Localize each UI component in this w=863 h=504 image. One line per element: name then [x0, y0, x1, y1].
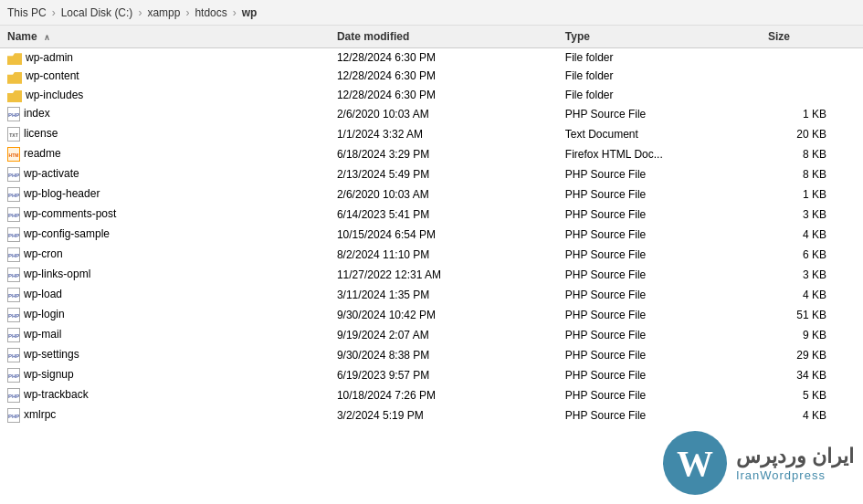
table-row[interactable]: PHPwp-comments-post6/14/2023 5:41 PMPHP …: [0, 205, 863, 225]
file-size: 1 KB: [761, 104, 863, 124]
col-date[interactable]: Date modified: [330, 26, 558, 48]
file-size: 4 KB: [761, 405, 863, 425]
table-row[interactable]: PHPwp-links-opml11/27/2022 12:31 AMPHP S…: [0, 265, 863, 285]
file-date: 9/30/2024 8:38 PM: [330, 345, 558, 365]
table-row[interactable]: TXTlicense1/1/2024 3:32 AMText Document2…: [0, 124, 863, 144]
file-name-cell: wp-admin: [0, 48, 330, 68]
php-icon: PHP: [7, 227, 20, 242]
file-size: 4 KB: [761, 225, 863, 245]
table-row[interactable]: wp-content12/28/2024 6:30 PMFile folder: [0, 67, 863, 85]
file-size: 5 KB: [761, 385, 863, 405]
table-row[interactable]: PHPindex2/6/2020 10:03 AMPHP Source File…: [0, 104, 863, 124]
wp-text-block: ایران وردپرس IranWordpress: [736, 445, 854, 482]
file-type: PHP Source File: [558, 184, 761, 205]
breadcrumb-xampp[interactable]: xampp: [147, 6, 180, 19]
table-row[interactable]: wp-admin12/28/2024 6:30 PMFile folder: [0, 48, 863, 68]
file-size: [761, 86, 863, 104]
file-date: 6/19/2023 9:57 PM: [330, 365, 558, 385]
file-name-label: readme: [24, 147, 61, 160]
breadcrumb-wp[interactable]: wp: [242, 6, 258, 19]
breadcrumb-htdocs[interactable]: htdocs: [195, 6, 226, 19]
file-size: 9 KB: [761, 325, 863, 345]
table-row[interactable]: wp-includes12/28/2024 6:30 PMFile folder: [0, 86, 863, 104]
file-name-label: wp-login: [24, 308, 65, 320]
file-date: 6/14/2023 5:41 PM: [330, 205, 558, 225]
file-name-cell: PHPwp-signup: [0, 365, 330, 385]
table-row[interactable]: PHPwp-signup6/19/2023 9:57 PMPHP Source …: [0, 365, 863, 385]
php-icon: PHP: [7, 368, 20, 383]
breadcrumb-sep4: ›: [233, 6, 237, 19]
file-name-label: wp-admin: [26, 51, 73, 64]
folder-icon: [7, 90, 22, 102]
php-icon: PHP: [7, 167, 20, 182]
file-name-cell: PHPwp-load: [0, 285, 330, 305]
wp-logo: W: [663, 431, 727, 495]
file-type: Firefox HTML Doc...: [558, 144, 761, 164]
table-row[interactable]: PHPwp-config-sample10/15/2024 6:54 PMPHP…: [0, 225, 863, 245]
file-date: 2/6/2020 10:03 AM: [330, 184, 558, 205]
table-row[interactable]: PHPxmlrpc3/2/2024 5:19 PMPHP Source File…: [0, 405, 863, 425]
file-name-cell: PHPwp-activate: [0, 164, 330, 184]
table-row[interactable]: PHPwp-cron8/2/2024 11:10 PMPHP Source Fi…: [0, 245, 863, 265]
table-row[interactable]: PHPwp-activate2/13/2024 5:49 PMPHP Sourc…: [0, 164, 863, 184]
table-row[interactable]: PHPwp-settings9/30/2024 8:38 PMPHP Sourc…: [0, 345, 863, 365]
file-type: PHP Source File: [558, 325, 761, 345]
breadcrumb-thispc[interactable]: This PC: [7, 6, 47, 19]
table-row[interactable]: PHPwp-load3/11/2024 1:35 PMPHP Source Fi…: [0, 285, 863, 305]
file-name-label: wp-activate: [24, 167, 79, 180]
file-date: 6/18/2024 3:29 PM: [330, 144, 558, 164]
wp-english-text: IranWordpress: [736, 468, 826, 482]
file-date: 12/28/2024 6:30 PM: [330, 48, 558, 68]
php-icon: PHP: [7, 107, 20, 121]
php-icon: PHP: [7, 388, 20, 403]
breadcrumb: This PC › Local Disk (C:) › xampp › htdo…: [0, 0, 863, 26]
file-date: 9/30/2024 10:42 PM: [330, 305, 558, 325]
file-date: 2/13/2024 5:49 PM: [330, 164, 558, 184]
sort-arrow-name: ∧: [44, 33, 50, 42]
file-table: Name ∧ Date modified Type Size wp-admin1…: [0, 26, 863, 425]
file-name-cell: PHPwp-mail: [0, 325, 330, 345]
breadcrumb-localdisk[interactable]: Local Disk (C:): [61, 6, 133, 19]
file-date: 10/15/2024 6:54 PM: [330, 225, 558, 245]
php-icon: PHP: [7, 308, 20, 322]
col-type[interactable]: Type: [558, 26, 761, 48]
file-date: 3/11/2024 1:35 PM: [330, 285, 558, 305]
file-size: 20 KB: [761, 124, 863, 144]
file-size: 3 KB: [761, 265, 863, 285]
file-type: PHP Source File: [558, 405, 761, 425]
file-name-cell: TXTlicense: [0, 124, 330, 144]
file-name-cell: HTMreadme: [0, 144, 330, 164]
wp-persian-text: ایران وردپرس: [736, 445, 854, 468]
file-name-cell: PHPwp-blog-header: [0, 184, 330, 205]
file-name-label: wp-blog-header: [24, 187, 100, 200]
file-date: 10/18/2024 7:26 PM: [330, 385, 558, 405]
table-row[interactable]: PHPwp-trackback10/18/2024 7:26 PMPHP Sou…: [0, 385, 863, 405]
php-icon: PHP: [7, 268, 20, 282]
file-list-container: Name ∧ Date modified Type Size wp-admin1…: [0, 26, 863, 504]
breadcrumb-sep3: ›: [185, 6, 189, 19]
file-date: 12/28/2024 6:30 PM: [330, 67, 558, 85]
file-name-label: wp-settings: [24, 348, 79, 361]
table-row[interactable]: PHPwp-login9/30/2024 10:42 PMPHP Source …: [0, 305, 863, 325]
table-row[interactable]: PHPwp-mail9/19/2024 2:07 AMPHP Source Fi…: [0, 325, 863, 345]
file-date: 1/1/2024 3:32 AM: [330, 124, 558, 144]
file-name-label: wp-comments-post: [24, 207, 116, 220]
file-name-cell: wp-content: [0, 67, 330, 85]
file-date: 12/28/2024 6:30 PM: [330, 86, 558, 104]
file-type: PHP Source File: [558, 245, 761, 265]
file-name-cell: PHPwp-comments-post: [0, 205, 330, 225]
col-name[interactable]: Name ∧: [0, 26, 330, 48]
file-name-cell: wp-includes: [0, 86, 330, 104]
table-header-row: Name ∧ Date modified Type Size: [0, 26, 863, 48]
col-size[interactable]: Size: [761, 26, 863, 48]
php-icon: PHP: [7, 288, 20, 302]
file-type: File folder: [558, 86, 761, 104]
file-name-label: wp-mail: [24, 328, 61, 341]
breadcrumb-sep1: ›: [52, 6, 56, 19]
file-name-label: wp-load: [24, 288, 62, 300]
file-size: 6 KB: [761, 245, 863, 265]
file-size: 29 KB: [761, 345, 863, 365]
file-size: 4 KB: [761, 285, 863, 305]
table-row[interactable]: PHPwp-blog-header2/6/2020 10:03 AMPHP So…: [0, 184, 863, 205]
table-row[interactable]: HTMreadme6/18/2024 3:29 PMFirefox HTML D…: [0, 144, 863, 164]
